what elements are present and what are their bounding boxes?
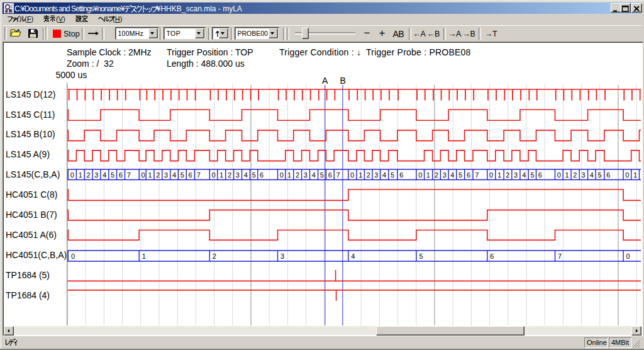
svg-text:7: 7 xyxy=(336,171,340,179)
svg-text:6: 6 xyxy=(328,171,332,179)
svg-text:4: 4 xyxy=(172,171,176,179)
svg-text:6: 6 xyxy=(606,171,610,179)
svg-text:1: 1 xyxy=(148,171,152,179)
svg-text:4: 4 xyxy=(312,171,316,179)
svg-text:5: 5 xyxy=(252,171,256,179)
svg-text:3: 3 xyxy=(304,171,308,179)
svg-text:0: 0 xyxy=(141,171,145,179)
svg-text:3: 3 xyxy=(94,171,98,179)
svg-text:6: 6 xyxy=(189,171,192,179)
svg-text:1: 1 xyxy=(565,171,569,179)
svg-text:0: 0 xyxy=(418,171,422,179)
svg-text:5: 5 xyxy=(458,171,462,179)
svg-text:3: 3 xyxy=(581,171,585,179)
svg-text:5: 5 xyxy=(111,171,114,179)
svg-text:2: 2 xyxy=(228,171,231,179)
svg-text:5: 5 xyxy=(180,171,184,179)
svg-text:2: 2 xyxy=(296,171,299,179)
svg-text:LS145(C,B,A): LS145(C,B,A) xyxy=(6,169,60,179)
svg-text:3: 3 xyxy=(280,252,284,260)
svg-text:4: 4 xyxy=(522,171,526,179)
svg-text:4: 4 xyxy=(244,171,248,179)
svg-text:5: 5 xyxy=(530,171,534,179)
svg-text:0: 0 xyxy=(280,171,284,179)
svg-text:4: 4 xyxy=(450,171,454,179)
svg-text:LS145 C(11): LS145 C(11) xyxy=(6,110,55,120)
svg-text:4: 4 xyxy=(103,171,106,179)
svg-text:1: 1 xyxy=(142,252,146,260)
svg-text:7: 7 xyxy=(127,171,131,179)
svg-text:3: 3 xyxy=(374,171,378,179)
svg-text:6: 6 xyxy=(119,171,123,179)
svg-text:0: 0 xyxy=(625,171,629,179)
svg-text:2: 2 xyxy=(573,171,577,179)
svg-text:LS145 D(12): LS145 D(12) xyxy=(6,89,55,99)
svg-text:2: 2 xyxy=(86,171,90,179)
svg-text:HC4051(C,B,A): HC4051(C,B,A) xyxy=(6,250,67,260)
svg-text:6: 6 xyxy=(467,171,470,179)
svg-text:1: 1 xyxy=(219,171,223,179)
svg-text:2: 2 xyxy=(506,171,509,179)
svg-text:0: 0 xyxy=(212,171,216,179)
svg-text:2: 2 xyxy=(435,171,438,179)
svg-text:2: 2 xyxy=(367,171,370,179)
svg-text:5: 5 xyxy=(391,171,394,179)
svg-text:7: 7 xyxy=(475,171,479,179)
svg-text:6: 6 xyxy=(538,171,542,179)
svg-text:0: 0 xyxy=(626,252,630,260)
svg-text:1: 1 xyxy=(497,171,501,179)
svg-text:0: 0 xyxy=(71,252,75,260)
svg-text:HC4051 C(8): HC4051 C(8) xyxy=(6,189,57,200)
svg-text:1: 1 xyxy=(287,171,291,179)
svg-text:4: 4 xyxy=(351,252,355,260)
svg-text:3: 3 xyxy=(514,171,518,179)
svg-text:5: 5 xyxy=(597,171,601,179)
svg-text:HC4051 A(6): HC4051 A(6) xyxy=(6,230,57,240)
svg-text:2: 2 xyxy=(156,171,160,179)
svg-text:2: 2 xyxy=(213,252,216,260)
svg-text:LS145 A(9): LS145 A(9) xyxy=(6,149,50,159)
svg-text:LS145 B(10): LS145 B(10) xyxy=(6,129,55,139)
svg-text:3: 3 xyxy=(236,171,240,179)
svg-text:TP1684 (4): TP1684 (4) xyxy=(6,290,50,300)
svg-text:5: 5 xyxy=(320,171,324,179)
svg-text:1: 1 xyxy=(79,171,82,179)
svg-text:0: 0 xyxy=(350,171,354,179)
svg-text:7: 7 xyxy=(558,252,562,260)
svg-text:1: 1 xyxy=(426,171,430,179)
svg-text:6: 6 xyxy=(260,171,264,179)
svg-text:6: 6 xyxy=(490,252,494,260)
svg-text:3: 3 xyxy=(164,171,168,179)
svg-text:0: 0 xyxy=(70,171,74,179)
svg-text:0: 0 xyxy=(489,171,493,179)
svg-text:TP1684 (5): TP1684 (5) xyxy=(6,270,50,280)
svg-text:3: 3 xyxy=(443,171,447,179)
svg-text:4: 4 xyxy=(382,171,386,179)
svg-text:1: 1 xyxy=(358,171,362,179)
svg-text:4: 4 xyxy=(590,171,594,179)
svg-text:5: 5 xyxy=(419,252,423,260)
svg-text:6: 6 xyxy=(399,171,403,179)
svg-text:7: 7 xyxy=(197,171,201,179)
svg-text:HC4051 B(7): HC4051 B(7) xyxy=(6,210,57,220)
svg-text:1: 1 xyxy=(633,171,637,179)
svg-text:0: 0 xyxy=(557,171,561,179)
